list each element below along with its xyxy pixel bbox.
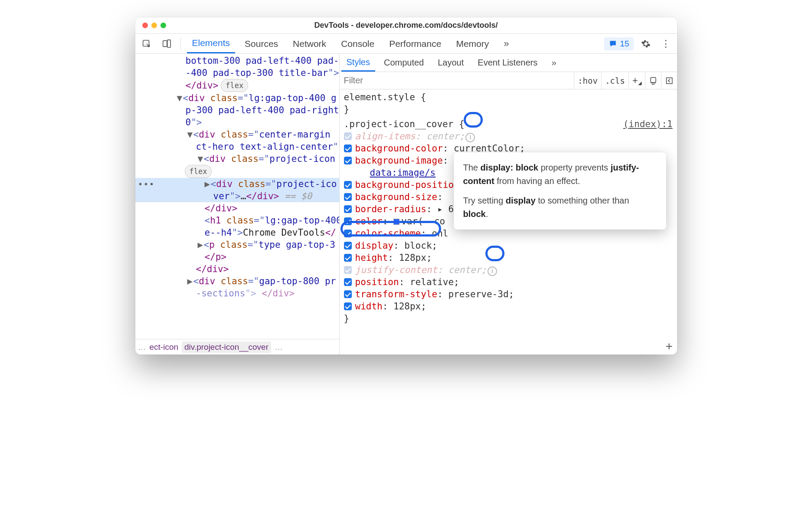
subtab-layout[interactable]: Layout xyxy=(432,54,469,72)
new-rule-button[interactable]: +◢ xyxy=(629,72,645,89)
add-rule-button[interactable]: + xyxy=(666,340,673,352)
tab-console[interactable]: Console xyxy=(336,34,380,53)
titlebar: DevTools - developer.chrome.com/docs/dev… xyxy=(135,17,677,34)
rule-close: } xyxy=(340,312,677,325)
minimize-window-button[interactable] xyxy=(151,23,157,28)
more-tabs-icon[interactable]: » xyxy=(498,36,514,52)
prop-checkbox[interactable] xyxy=(344,193,352,201)
svg-rect-4 xyxy=(666,78,672,83)
toggle-render-icon[interactable] xyxy=(661,72,677,89)
subtab-event-listeners[interactable]: Event Listeners xyxy=(472,54,543,72)
styles-panel: Styles Computed Layout Event Listeners »… xyxy=(340,54,677,355)
more-subtabs-icon[interactable]: » xyxy=(546,55,562,71)
subtab-styles[interactable]: Styles xyxy=(341,54,375,72)
main-tabs: Elements Sources Network Console Perform… xyxy=(135,34,677,54)
color-swatch[interactable] xyxy=(393,219,399,225)
breadcrumb-item[interactable]: ect-icon xyxy=(150,342,179,352)
settings-icon[interactable] xyxy=(638,36,654,52)
prop-display[interactable]: display: block; xyxy=(340,240,677,252)
styles-subtabs: Styles Computed Layout Event Listeners » xyxy=(340,54,677,72)
styles-list[interactable]: element.style { } .project-icon__cover {… xyxy=(340,89,677,355)
message-icon xyxy=(609,39,617,48)
breadcrumbs[interactable]: … ect-icon div.project-icon__cover … xyxy=(135,339,339,355)
info-icon[interactable]: i xyxy=(488,266,497,276)
prop-checkbox[interactable] xyxy=(344,242,352,250)
flex-pill[interactable]: flex xyxy=(221,79,248,92)
filter-input[interactable] xyxy=(340,72,574,89)
prop-checkbox[interactable] xyxy=(344,145,352,152)
main-split: bottom-300 pad-left-400 pad- -400 pad-to… xyxy=(135,54,677,355)
console-messages-chip[interactable]: 15 xyxy=(604,37,633,50)
prop-checkbox[interactable] xyxy=(344,132,352,140)
tab-network[interactable]: Network xyxy=(288,34,331,53)
window-title: DevTools - developer.chrome.com/docs/dev… xyxy=(135,21,677,30)
tab-elements[interactable]: Elements xyxy=(187,34,236,53)
copy-styles-icon[interactable] xyxy=(645,72,661,89)
rule-source[interactable]: (index):1 xyxy=(623,118,673,130)
prop-height[interactable]: height: 128px; xyxy=(340,252,677,264)
prop-checkbox[interactable] xyxy=(344,157,352,164)
prop-checkbox[interactable] xyxy=(344,278,352,286)
close-window-button[interactable] xyxy=(142,23,148,28)
svg-rect-1 xyxy=(163,40,167,46)
breadcrumb-next-overflow[interactable]: … xyxy=(275,342,283,352)
prop-position[interactable]: position: relative; xyxy=(340,276,677,288)
prop-align-items[interactable]: align-items: center;i xyxy=(340,130,677,142)
rule-close: } xyxy=(340,103,677,115)
svg-rect-3 xyxy=(651,77,656,82)
flex-pill[interactable]: flex xyxy=(185,165,212,178)
inspect-icon[interactable] xyxy=(139,36,154,52)
rule-selector[interactable]: .project-icon__cover { xyxy=(344,118,465,130)
svg-rect-2 xyxy=(167,39,170,47)
cls-button[interactable]: .cls xyxy=(601,72,629,89)
prop-transform-style[interactable]: transform-style: preserve-3d; xyxy=(340,288,677,300)
prop-checkbox[interactable] xyxy=(344,230,352,237)
prop-justify-content[interactable]: justify-content: center;i xyxy=(340,264,677,276)
element-style-header: element.style { xyxy=(340,91,677,103)
device-toggle-icon[interactable] xyxy=(159,36,174,52)
separator xyxy=(180,37,181,50)
traffic-lights xyxy=(142,23,166,28)
prop-checkbox[interactable] xyxy=(344,217,352,225)
kebab-menu-icon[interactable]: ⋮ xyxy=(658,36,674,52)
filter-bar: :hov .cls +◢ xyxy=(340,72,677,89)
hov-button[interactable]: :hov xyxy=(574,72,601,89)
prop-checkbox[interactable] xyxy=(344,290,352,298)
breadcrumb-selected[interactable]: div.project-icon__cover xyxy=(182,342,271,353)
messages-count: 15 xyxy=(620,39,629,49)
dom-tree[interactable]: bottom-300 pad-left-400 pad- -400 pad-to… xyxy=(135,54,339,339)
prop-checkbox[interactable] xyxy=(344,254,352,262)
rule-header: .project-icon__cover { (index):1 xyxy=(340,118,677,130)
prop-checkbox[interactable] xyxy=(344,302,352,310)
breadcrumb-prev-overflow[interactable]: … xyxy=(138,342,146,352)
tab-performance[interactable]: Performance xyxy=(384,34,446,53)
prop-checkbox[interactable] xyxy=(344,205,352,213)
prop-width[interactable]: width: 128px; xyxy=(340,300,677,312)
selected-line-indicator: ••• xyxy=(138,178,155,190)
tab-memory[interactable]: Memory xyxy=(451,34,494,53)
hint-tooltip: The display: block property prevents jus… xyxy=(454,152,666,230)
dom-panel: bottom-300 pad-left-400 pad- -400 pad-to… xyxy=(135,54,340,355)
zoom-window-button[interactable] xyxy=(160,23,166,28)
subtab-computed[interactable]: Computed xyxy=(379,54,429,72)
prop-checkbox[interactable] xyxy=(344,181,352,189)
prop-checkbox[interactable] xyxy=(344,266,352,274)
info-icon[interactable]: i xyxy=(465,133,475,142)
tab-sources[interactable]: Sources xyxy=(239,34,283,53)
